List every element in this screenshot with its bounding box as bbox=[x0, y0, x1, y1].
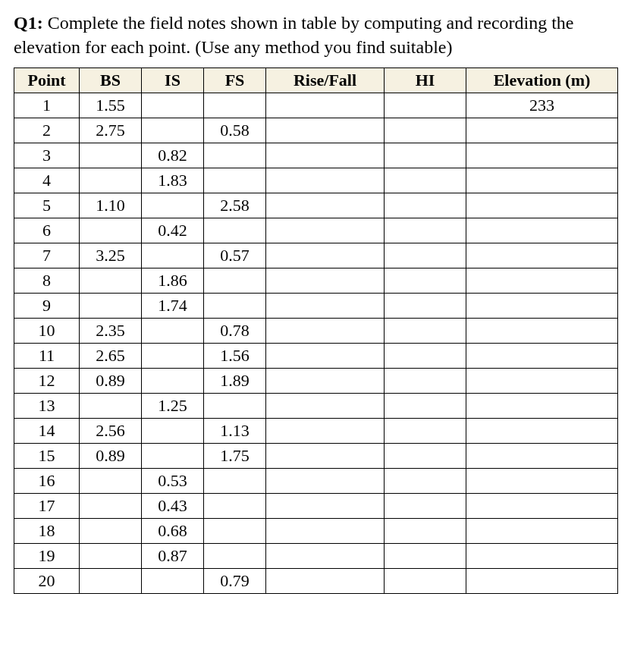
cell-elevation bbox=[466, 543, 618, 568]
cell-elevation bbox=[466, 343, 618, 368]
cell-hi bbox=[385, 518, 466, 543]
col-header-rise-fall: Rise/Fall bbox=[266, 68, 385, 93]
cell-fs: 0.57 bbox=[204, 243, 266, 268]
cell-is: 0.42 bbox=[142, 218, 204, 243]
table-row: 200.79 bbox=[14, 568, 618, 593]
page: Q1: Complete the field notes shown in ta… bbox=[0, 0, 631, 672]
cell-point: 1 bbox=[14, 93, 80, 118]
cell-point: 7 bbox=[14, 243, 80, 268]
cell-elevation bbox=[466, 368, 618, 393]
cell-hi bbox=[385, 168, 466, 193]
table-row: 81.86 bbox=[14, 268, 618, 293]
cell-elevation bbox=[466, 168, 618, 193]
cell-is: 1.83 bbox=[142, 168, 204, 193]
cell-rise-fall bbox=[266, 118, 385, 143]
cell-rise-fall bbox=[266, 518, 385, 543]
cell-fs: 1.75 bbox=[204, 443, 266, 468]
cell-hi bbox=[385, 143, 466, 168]
cell-bs bbox=[80, 493, 142, 518]
col-header-elevation: Elevation (m) bbox=[466, 68, 618, 93]
cell-point: 2 bbox=[14, 118, 80, 143]
cell-bs bbox=[80, 393, 142, 418]
cell-elevation: 233 bbox=[466, 93, 618, 118]
cell-rise-fall bbox=[266, 443, 385, 468]
cell-hi bbox=[385, 293, 466, 318]
cell-hi bbox=[385, 93, 466, 118]
cell-bs bbox=[80, 468, 142, 493]
cell-is bbox=[142, 368, 204, 393]
cell-is: 0.82 bbox=[142, 143, 204, 168]
cell-hi bbox=[385, 418, 466, 443]
question-label: Q1: bbox=[14, 13, 43, 33]
cell-bs bbox=[80, 218, 142, 243]
cell-is: 0.68 bbox=[142, 518, 204, 543]
cell-elevation bbox=[466, 268, 618, 293]
cell-rise-fall bbox=[266, 368, 385, 393]
table-row: 51.102.58 bbox=[14, 193, 618, 218]
cell-rise-fall bbox=[266, 93, 385, 118]
cell-hi bbox=[385, 268, 466, 293]
cell-bs: 0.89 bbox=[80, 368, 142, 393]
cell-rise-fall bbox=[266, 468, 385, 493]
cell-rise-fall bbox=[266, 143, 385, 168]
cell-is bbox=[142, 193, 204, 218]
cell-elevation bbox=[466, 418, 618, 443]
cell-bs bbox=[80, 293, 142, 318]
cell-point: 11 bbox=[14, 343, 80, 368]
cell-is: 1.74 bbox=[142, 293, 204, 318]
cell-fs bbox=[204, 493, 266, 518]
cell-hi bbox=[385, 243, 466, 268]
cell-hi bbox=[385, 343, 466, 368]
cell-is: 0.87 bbox=[142, 543, 204, 568]
table-row: 180.68 bbox=[14, 518, 618, 543]
cell-is: 0.43 bbox=[142, 493, 204, 518]
cell-fs bbox=[204, 93, 266, 118]
cell-rise-fall bbox=[266, 193, 385, 218]
cell-is: 1.86 bbox=[142, 268, 204, 293]
cell-point: 20 bbox=[14, 568, 80, 593]
cell-bs bbox=[80, 143, 142, 168]
cell-rise-fall bbox=[266, 218, 385, 243]
cell-point: 9 bbox=[14, 293, 80, 318]
cell-fs: 1.89 bbox=[204, 368, 266, 393]
cell-bs: 2.56 bbox=[80, 418, 142, 443]
question-text: Q1: Complete the field notes shown in ta… bbox=[14, 11, 617, 60]
cell-fs: 1.56 bbox=[204, 343, 266, 368]
cell-is bbox=[142, 118, 204, 143]
cell-point: 12 bbox=[14, 368, 80, 393]
col-header-bs: BS bbox=[80, 68, 142, 93]
table-row: 190.87 bbox=[14, 543, 618, 568]
cell-is: 0.53 bbox=[142, 468, 204, 493]
cell-fs bbox=[204, 168, 266, 193]
cell-rise-fall bbox=[266, 568, 385, 593]
table-row: 142.561.13 bbox=[14, 418, 618, 443]
cell-point: 10 bbox=[14, 318, 80, 343]
cell-point: 15 bbox=[14, 443, 80, 468]
table-row: 170.43 bbox=[14, 493, 618, 518]
cell-bs: 1.55 bbox=[80, 93, 142, 118]
cell-elevation bbox=[466, 518, 618, 543]
cell-point: 5 bbox=[14, 193, 80, 218]
cell-bs: 1.10 bbox=[80, 193, 142, 218]
cell-bs: 2.65 bbox=[80, 343, 142, 368]
cell-hi bbox=[385, 568, 466, 593]
cell-fs: 0.79 bbox=[204, 568, 266, 593]
cell-elevation bbox=[466, 493, 618, 518]
cell-hi bbox=[385, 368, 466, 393]
cell-rise-fall bbox=[266, 343, 385, 368]
col-header-fs: FS bbox=[204, 68, 266, 93]
table-row: 150.891.75 bbox=[14, 443, 618, 468]
cell-hi bbox=[385, 318, 466, 343]
cell-point: 6 bbox=[14, 218, 80, 243]
cell-is bbox=[142, 318, 204, 343]
cell-elevation bbox=[466, 393, 618, 418]
cell-point: 4 bbox=[14, 168, 80, 193]
cell-fs: 2.58 bbox=[204, 193, 266, 218]
cell-bs: 3.25 bbox=[80, 243, 142, 268]
cell-hi bbox=[385, 118, 466, 143]
cell-elevation bbox=[466, 568, 618, 593]
cell-elevation bbox=[466, 243, 618, 268]
table-row: 11.55233 bbox=[14, 93, 618, 118]
cell-fs bbox=[204, 518, 266, 543]
table-body: 11.5523322.750.5830.8241.8351.102.5860.4… bbox=[14, 93, 618, 593]
